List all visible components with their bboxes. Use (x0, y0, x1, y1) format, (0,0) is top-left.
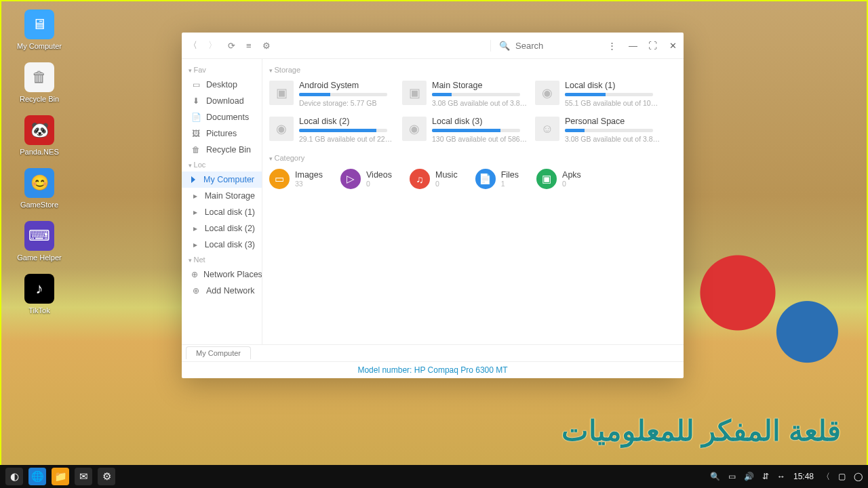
drive-name: Main Storage (432, 81, 528, 90)
item-icon: ⊕ (191, 286, 201, 296)
category-icon: ▭ (269, 169, 290, 189)
breadcrumb-tab[interactable]: My Computer (186, 346, 251, 359)
drive-name: Personal Space (565, 117, 661, 126)
taskbar-app-files[interactable]: 📁 (52, 468, 69, 485)
sidebar-fav-documents[interactable]: 📄Documents (182, 109, 262, 125)
item-icon: ⬇ (191, 96, 201, 106)
drive-personal-space[interactable]: ☺ Personal Space 3.08 GB available out o… (535, 117, 661, 143)
launcher-button[interactable]: ◐ (5, 468, 23, 485)
tray-clock[interactable]: 15:48 (793, 472, 814, 481)
tray-expand-icon[interactable]: ↔ (777, 472, 785, 481)
nav-home-button[interactable]: ▢ (838, 472, 846, 481)
sidebar-item-label: Main Storage (205, 191, 255, 201)
sidebar-fav-pictures[interactable]: 🖼Pictures (182, 125, 262, 142)
desktop-icon-game-helper[interactable]: ⌨ Game Helper (12, 221, 66, 262)
sidebar-fav-desktop[interactable]: ▭Desktop (182, 77, 262, 93)
sidebar-loc-main-storage[interactable]: ▸Main Storage (182, 188, 262, 204)
tray-network-icon[interactable]: ⇵ (762, 472, 769, 481)
settings-button[interactable]: ⚙ (262, 41, 271, 51)
category-icon: 📄 (475, 169, 496, 189)
item-icon: ▸ (191, 224, 199, 233)
category-music[interactable]: ♫ Music 0 (410, 169, 458, 189)
app-icon: ♪ (24, 274, 54, 304)
sidebar-net-add-network[interactable]: ⊕Add Network (182, 283, 262, 299)
forward-button[interactable]: 〉 (208, 39, 217, 52)
category-files[interactable]: 📄 Files 1 (475, 169, 519, 189)
desktop-icon-gamestore[interactable]: 😊 GameStore (12, 168, 66, 209)
tray-volume-icon[interactable]: 🔊 (744, 472, 754, 481)
nav-back-button[interactable]: 〈 (822, 471, 830, 483)
sidebar-fav-recycle-bin[interactable]: 🗑Recycle Bin (182, 142, 262, 158)
drive-icon: ▣ (269, 81, 294, 105)
taskbar-app-mail[interactable]: ✉ (75, 468, 92, 485)
maximize-button[interactable]: ⛶ (648, 41, 657, 51)
category-name: Images (295, 170, 323, 180)
drive-local-disk-3-[interactable]: ◉ Local disk (3) 130 GB available out of… (402, 117, 528, 143)
minimize-button[interactable]: — (629, 41, 636, 51)
chevron-right-icon (191, 176, 195, 183)
sidebar-item-label: Download (206, 96, 244, 106)
category-count: 0 (435, 180, 458, 188)
taskbar-app-browser[interactable]: 🌐 (28, 468, 46, 485)
search-input[interactable] (514, 40, 585, 52)
drive-subtext: 3.08 GB available out of 3.87 GB (565, 135, 661, 143)
drive-subtext: 3.08 GB available out of 3.87 GB (432, 99, 528, 107)
category-videos[interactable]: ▷ Videos 0 (340, 169, 392, 189)
sidebar-section-net[interactable]: Net (182, 253, 262, 266)
back-button[interactable]: 〈 (189, 39, 197, 52)
file-manager-window: 〈 〉 ⟳ ≡ ⚙ 🔍 ⋮ — ⛶ ✕ Fav ▭Desktop⬇Downloa… (182, 33, 684, 378)
sidebar-section-loc[interactable]: Loc (182, 158, 262, 171)
sidebar-loc-my-computer[interactable]: My Computer (182, 171, 262, 188)
content-pane: Storage ▣ Android System Device storage:… (262, 59, 684, 344)
drive-icon: ◉ (269, 117, 294, 141)
desktop-icon-label: GameStore (20, 201, 58, 209)
sidebar-loc-local-disk-2-[interactable]: ▸Local disk (2) (182, 220, 262, 237)
item-icon: ▭ (191, 80, 201, 89)
desktop-icon-label: Game Helper (17, 253, 61, 262)
nav-recents-button[interactable]: ◯ (854, 472, 863, 481)
category-name: Music (435, 170, 458, 180)
sidebar-section-fav[interactable]: Fav (182, 63, 262, 77)
category-count: 1 (501, 180, 519, 188)
desktop-icon-recycle-bin[interactable]: 🗑 Recycle Bin (12, 62, 66, 103)
sidebar: Fav ▭Desktop⬇Download📄Documents🖼Pictures… (182, 59, 262, 344)
app-icon: 🗑 (24, 62, 54, 92)
refresh-button[interactable]: ⟳ (228, 41, 235, 51)
drive-local-disk-1-[interactable]: ◉ Local disk (1) 55.1 GB available out o… (535, 81, 661, 107)
close-button[interactable]: ✕ (669, 41, 677, 51)
app-icon: 😊 (24, 168, 54, 198)
category-count: 0 (562, 180, 581, 188)
desktop-icon-panda-nes[interactable]: 🐼 Panda.NES (12, 115, 66, 156)
sidebar-fav-download[interactable]: ⬇Download (182, 93, 262, 109)
drive-name: Local disk (3) (432, 117, 528, 126)
category-icon: ♫ (410, 169, 430, 189)
taskbar-app-settings[interactable]: ⚙ (98, 468, 115, 485)
drive-android-system[interactable]: ▣ Android System Device storage: 5.77 GB (269, 81, 395, 107)
drive-name: Local disk (1) (565, 81, 661, 90)
category-name: Files (501, 170, 519, 180)
section-category[interactable]: Category (265, 150, 681, 165)
category-count: 33 (295, 180, 323, 188)
drive-main-storage[interactable]: ▣ Main Storage 3.08 GB available out of … (402, 81, 528, 107)
tray-battery-icon[interactable]: ▭ (728, 472, 736, 481)
desktop-icon-tiktok[interactable]: ♪ TikTok (12, 274, 66, 314)
sidebar-item-label: Documents (206, 113, 249, 122)
category-icon: ▷ (340, 169, 361, 189)
drive-icon: ☺ (535, 117, 559, 141)
sidebar-loc-local-disk-3-[interactable]: ▸Local disk (3) (182, 237, 262, 253)
item-icon: ⊕ (191, 270, 198, 279)
sidebar-loc-local-disk-1-[interactable]: ▸Local disk (1) (182, 204, 262, 220)
desktop-icon-my-computer[interactable]: 🖥 My Computer (12, 9, 66, 50)
sidebar-net-network-places[interactable]: ⊕Network Places (182, 266, 262, 283)
item-icon: 🖼 (191, 129, 201, 138)
tray-search-icon[interactable]: 🔍 (710, 472, 720, 481)
search-box[interactable]: 🔍 (490, 40, 601, 52)
menu-button[interactable]: ≡ (246, 41, 252, 51)
drive-local-disk-2-[interactable]: ◉ Local disk (2) 29.1 GB available out o… (269, 117, 395, 143)
section-storage[interactable]: Storage (265, 62, 681, 77)
drive-subtext: Device storage: 5.77 GB (299, 99, 395, 107)
sidebar-item-label: Network Places (203, 270, 262, 279)
more-button[interactable]: ⋮ (608, 41, 616, 51)
category-images[interactable]: ▭ Images 33 (269, 169, 323, 189)
category-apks[interactable]: ▣ Apks 0 (536, 169, 581, 189)
